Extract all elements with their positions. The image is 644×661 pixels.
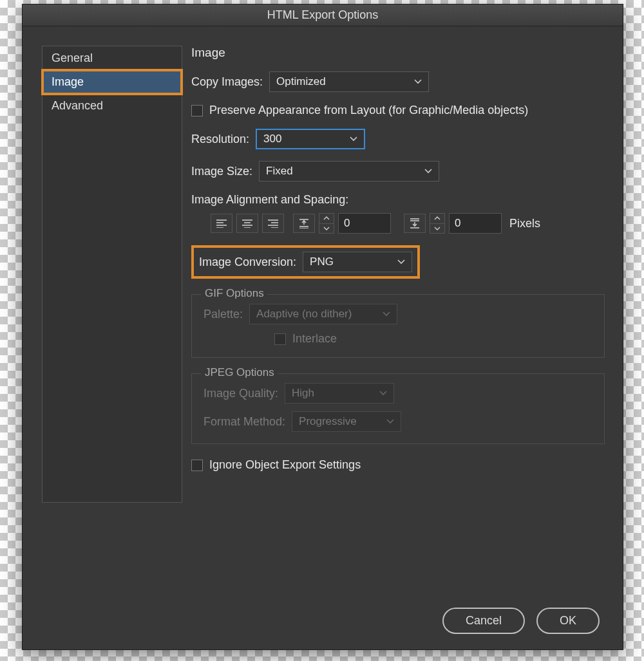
preserve-appearance-label: Preserve Appearance from Layout (for Gra… [209, 104, 528, 117]
space-before-stepper[interactable] [319, 213, 334, 234]
interlace-label: Interlace [292, 332, 337, 346]
stepper-up-icon[interactable] [430, 214, 444, 224]
export-options-dialog: HTML Export Options General Image Advanc… [22, 4, 623, 650]
image-quality-label: Image Quality: [204, 387, 278, 400]
image-quality-select: High [285, 383, 394, 404]
pixels-label: Pixels [509, 217, 540, 230]
image-conversion-label: Image Conversion: [199, 256, 296, 269]
copy-images-select[interactable]: Optimized [269, 71, 429, 92]
select-value: 300 [263, 133, 281, 145]
cancel-button[interactable]: Cancel [442, 608, 525, 634]
copy-images-label: Copy Images: [191, 75, 263, 89]
stepper-down-icon[interactable] [319, 224, 334, 234]
input-value: 0 [344, 217, 350, 230]
chevron-down-icon [386, 419, 394, 424]
sidebar-item-label: General [52, 51, 93, 64]
image-conversion-highlight: Image Conversion: PNG [191, 245, 420, 279]
space-before-input[interactable]: 0 [338, 213, 391, 234]
jpeg-options-group: JPEG Options Image Quality: High Format … [191, 373, 605, 444]
palette-label: Palette: [204, 308, 243, 321]
alignment-label: Image Alignment and Spacing: [191, 193, 605, 207]
ignore-object-export-checkbox[interactable] [191, 460, 203, 471]
select-value: PNG [310, 256, 334, 268]
select-value: Fixed [266, 165, 293, 178]
chevron-down-icon [424, 169, 432, 174]
sidebar: General Image Advanced [42, 46, 182, 503]
select-value: High [292, 387, 314, 400]
stepper-up-icon[interactable] [319, 214, 334, 224]
chevron-down-icon [414, 79, 422, 84]
main-panel: Image Copy Images: Optimized Preserve Ap… [182, 46, 605, 591]
chevron-down-icon [379, 391, 387, 396]
panel-heading: Image [191, 46, 605, 60]
interlace-checkbox [274, 333, 286, 345]
dialog-title: HTML Export Options [267, 8, 378, 22]
space-after-input[interactable]: 0 [449, 213, 502, 234]
preserve-appearance-checkbox[interactable] [191, 105, 203, 116]
ignore-object-export-label: Ignore Object Export Settings [209, 458, 361, 472]
sidebar-item-label: Advanced [52, 99, 103, 112]
stepper-down-icon[interactable] [430, 224, 444, 234]
chevron-down-icon [383, 312, 390, 317]
jpeg-options-legend: JPEG Options [201, 366, 278, 379]
ok-button[interactable]: OK [536, 608, 600, 634]
space-after-stepper[interactable] [430, 213, 445, 234]
sidebar-item-image[interactable]: Image [43, 70, 182, 94]
align-center-button[interactable] [236, 214, 258, 233]
button-label: Cancel [466, 614, 502, 627]
resolution-label: Resolution: [191, 133, 249, 146]
align-left-button[interactable] [211, 214, 232, 233]
gif-options-legend: GIF Options [201, 287, 268, 300]
input-value: 0 [455, 217, 460, 230]
dialog-footer: Cancel OK [23, 591, 623, 649]
space-before-icon [293, 214, 315, 233]
button-label: OK [560, 614, 576, 627]
sidebar-item-label: Image [52, 75, 84, 88]
align-right-button[interactable] [262, 214, 284, 233]
space-after-icon [404, 214, 426, 233]
sidebar-item-general[interactable]: General [43, 46, 182, 70]
select-value: Adaptive (no dither) [256, 308, 352, 321]
image-size-select[interactable]: Fixed [259, 161, 439, 182]
sidebar-item-advanced[interactable]: Advanced [43, 94, 182, 118]
image-size-label: Image Size: [191, 165, 252, 178]
resolution-select[interactable]: 300 [256, 129, 365, 149]
chevron-down-icon [397, 259, 405, 265]
titlebar: HTML Export Options [23, 5, 623, 26]
chevron-down-icon [350, 136, 357, 142]
select-value: Optimized [276, 75, 326, 88]
image-conversion-select[interactable]: PNG [303, 252, 412, 272]
palette-select: Adaptive (no dither) [249, 304, 397, 324]
gif-options-group: GIF Options Palette: Adaptive (no dither… [191, 294, 605, 358]
format-method-select: Progressive [292, 411, 401, 432]
format-method-label: Format Method: [204, 415, 285, 429]
select-value: Progressive [299, 415, 357, 428]
